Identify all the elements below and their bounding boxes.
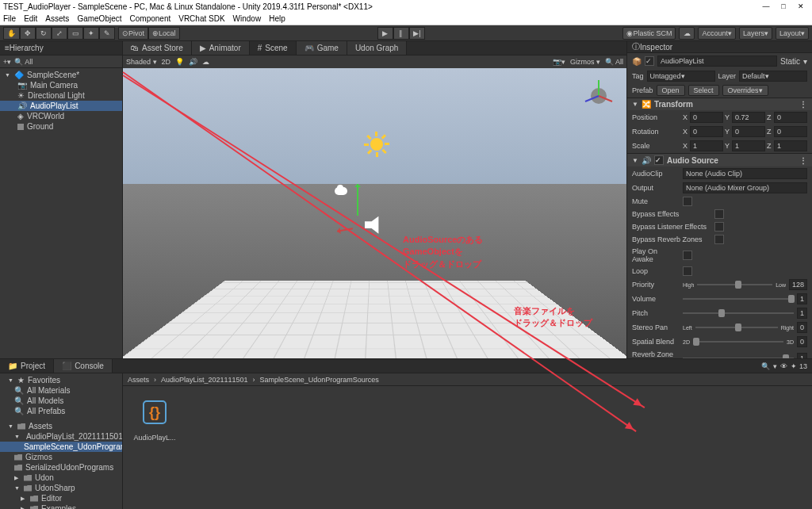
static-dropdown-icon[interactable]: ▾ xyxy=(803,57,807,66)
hierarchy-create-icon[interactable]: +▾ xyxy=(3,58,11,66)
prefab-open-button[interactable]: Open xyxy=(657,85,685,96)
breadcrumb-item[interactable]: Assets xyxy=(128,376,149,384)
pos-x-field[interactable]: 0 xyxy=(690,112,723,123)
tab-animator[interactable]: ▶ Animator xyxy=(192,41,250,55)
menu-help[interactable]: Help xyxy=(269,14,285,23)
audiosource-enabled-checkbox[interactable] xyxy=(654,155,664,165)
gameobject-name-field[interactable]: AudioPlayList xyxy=(657,55,777,67)
pause-button[interactable]: ∥ xyxy=(393,27,409,40)
prefab-overrides-button[interactable]: Overrides ▾ xyxy=(722,85,768,96)
custom-tool-icon[interactable]: ✎ xyxy=(99,27,115,40)
hand-tool-icon[interactable]: ✋ xyxy=(3,27,20,40)
project-folder-selected[interactable]: SampleScene_UdonProgramSourc xyxy=(0,442,122,452)
tag-dropdown[interactable]: Untagged ▾ xyxy=(647,71,715,82)
local-toggle[interactable]: ⊕ Local xyxy=(148,27,180,40)
hierarchy-item[interactable]: 📷 Main Camera xyxy=(0,80,122,90)
hierarchy-tab[interactable]: ≡ Hierarchy xyxy=(0,41,122,55)
shaded-dropdown[interactable]: Shaded ▾ xyxy=(126,58,157,66)
step-button[interactable]: ▶| xyxy=(409,27,425,40)
mute-checkbox[interactable] xyxy=(683,197,692,206)
stereo-slider[interactable] xyxy=(695,327,778,328)
menu-component[interactable]: Component xyxy=(130,14,171,23)
pos-z-field[interactable]: 0 xyxy=(774,112,807,123)
reverb-value[interactable]: 1 xyxy=(797,353,807,358)
cloud-icon[interactable]: ☁ xyxy=(679,27,695,40)
breadcrumb-item[interactable]: SampleScene_UdonProgramSources xyxy=(260,376,379,384)
fav-item[interactable]: 🔍 All Models xyxy=(0,396,122,406)
project-hidden-icon[interactable]: 👁 xyxy=(780,362,787,370)
stereo-value[interactable]: 0 xyxy=(797,322,807,333)
hierarchy-item[interactable]: Ground xyxy=(0,121,122,132)
asset-grid[interactable]: {} AudioPlayL... xyxy=(123,386,812,509)
menu-gameobject[interactable]: GameObject xyxy=(77,14,121,23)
rotate-tool-icon[interactable]: ↻ xyxy=(36,27,52,40)
inspector-tab[interactable]: ⓘ Inspector xyxy=(627,41,812,53)
rot-y-field[interactable]: 0 xyxy=(732,126,765,137)
project-folder[interactable]: ▶ Editor xyxy=(0,493,122,503)
project-folder[interactable]: Gizmos xyxy=(0,452,122,462)
fav-item[interactable]: 🔍 All Materials xyxy=(0,385,122,396)
reverb-slider[interactable] xyxy=(683,358,794,358)
layout-dropdown[interactable]: Layout ▾ xyxy=(776,27,809,40)
active-checkbox[interactable] xyxy=(645,56,654,66)
play-button[interactable]: ▶ xyxy=(377,27,393,40)
fav-item[interactable]: 🔍 All Prefabs xyxy=(0,406,122,416)
close-button[interactable]: ✕ xyxy=(793,2,809,11)
hierarchy-item-selected[interactable]: 🔊 AudioPlayList xyxy=(0,101,122,111)
account-dropdown[interactable]: Account ▾ xyxy=(698,27,736,40)
scale-y-field[interactable]: 1 xyxy=(732,140,765,151)
tab-game[interactable]: 🎮 Game xyxy=(297,41,347,55)
project-folder[interactable]: ▶ Examples xyxy=(0,503,122,509)
maximize-button[interactable]: □ xyxy=(776,2,791,11)
hierarchy-item[interactable]: ◈ VRCWorld xyxy=(0,111,122,121)
plastic-scm-button[interactable]: ◉ Plastic SCM xyxy=(622,27,676,40)
prefab-select-button[interactable]: Select xyxy=(688,85,719,96)
scale-tool-icon[interactable]: ⤢ xyxy=(52,27,67,40)
scale-x-field[interactable]: 1 xyxy=(690,140,723,151)
menu-assets[interactable]: Assets xyxy=(45,14,69,23)
hierarchy-item[interactable]: ☀ Directional Light xyxy=(0,90,122,101)
audiosource-component-header[interactable]: ▼ 🔊 Audio Source⋮ xyxy=(627,153,812,166)
move-tool-icon[interactable]: ✥ xyxy=(20,27,36,40)
rot-x-field[interactable]: 0 xyxy=(690,126,723,137)
bypass-reverb-checkbox[interactable] xyxy=(714,235,724,244)
project-search-icon[interactable]: 🔍 xyxy=(761,362,770,370)
scene-search[interactable]: 🔍 All xyxy=(605,58,623,66)
priority-slider[interactable] xyxy=(697,284,772,285)
tab-udon-graph[interactable]: Udon Graph xyxy=(347,41,407,55)
layers-dropdown[interactable]: Layers ▾ xyxy=(739,27,772,40)
favorites-header[interactable]: ▼★ Favorites xyxy=(0,375,122,385)
breadcrumb-item[interactable]: AudioPlayList_2021111501 xyxy=(161,376,248,384)
scene-viewport[interactable] xyxy=(123,68,626,358)
gizmos-dropdown[interactable]: Gizmos ▾ xyxy=(570,58,600,66)
scene-root[interactable]: ▼🔷 SampleScene* xyxy=(0,70,122,80)
orientation-gizmo[interactable] xyxy=(579,76,619,116)
project-folder[interactable]: SerializedUdonPrograms xyxy=(0,462,122,473)
transform-tool-icon[interactable]: ✦ xyxy=(83,27,99,40)
tab-asset-store[interactable]: 🛍 Asset Store xyxy=(123,41,192,55)
project-folder[interactable]: ▼ AudioPlayList_2021111501 xyxy=(0,431,122,442)
asset-item[interactable]: {} AudioPlayL... xyxy=(129,392,180,503)
spatial-value[interactable]: 0 xyxy=(797,336,807,347)
transform-component-header[interactable]: ▼ 🔀 Transform⋮ xyxy=(627,98,812,110)
rot-z-field[interactable]: 0 xyxy=(774,126,807,137)
pitch-slider[interactable] xyxy=(683,312,794,314)
layer-dropdown[interactable]: Default ▾ xyxy=(739,71,807,82)
scale-z-field[interactable]: 1 xyxy=(774,140,807,151)
pitch-value[interactable]: 1 xyxy=(797,308,807,319)
camera-icon[interactable]: 📷▾ xyxy=(553,58,565,66)
menu-file[interactable]: File xyxy=(3,14,16,23)
priority-value[interactable]: 128 xyxy=(789,279,807,290)
menu-edit[interactable]: Edit xyxy=(24,14,37,23)
pos-y-field[interactable]: 0.72 xyxy=(732,112,765,123)
bypass-listener-checkbox[interactable] xyxy=(714,222,724,232)
lighting-icon[interactable]: 💡 xyxy=(175,58,184,66)
menu-vrchat-sdk[interactable]: VRChat SDK xyxy=(178,14,224,23)
audioclip-field[interactable]: None (Audio Clip) xyxy=(683,168,807,179)
project-folder[interactable]: ▼ UdonSharp xyxy=(0,483,122,493)
spatial-slider[interactable] xyxy=(693,341,783,343)
project-folder[interactable]: ▶ Udon xyxy=(0,473,122,483)
bypass-fx-checkbox[interactable] xyxy=(714,209,724,219)
audio-icon[interactable]: 🔊 xyxy=(189,58,197,66)
volume-value[interactable]: 1 xyxy=(797,293,807,304)
